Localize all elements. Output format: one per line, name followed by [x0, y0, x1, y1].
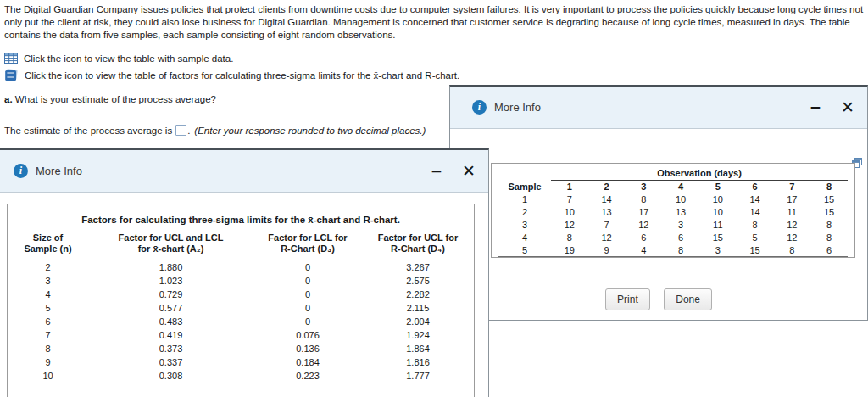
observation-table-body: 1714810101417152101317131014111531271231… — [498, 193, 848, 257]
table-cell: 15 — [737, 244, 774, 257]
table-cell: 9 — [588, 244, 626, 257]
table-cell: 5 — [8, 301, 88, 315]
factors-link-row: Click the icon to view the table of fact… — [4, 69, 864, 81]
table-row: 40.72902.282 — [8, 288, 474, 301]
table-cell: 2.115 — [362, 301, 474, 315]
answer-hint: (Enter your response rounded to two deci… — [194, 126, 426, 136]
answer-input-box[interactable] — [175, 125, 186, 136]
table-cell: 4 — [625, 244, 662, 257]
table-cell: 2.004 — [362, 315, 474, 328]
minimize-icon[interactable]: − — [431, 162, 442, 180]
table-cell: 13 — [662, 206, 699, 219]
answer-prefix: The estimate of the process average is — [4, 126, 172, 136]
factors-table-body: 21.88003.26731.02302.57540.72902.28250.5… — [8, 260, 474, 383]
table-cell: 5 — [737, 232, 774, 244]
column-header: 8 — [810, 181, 848, 193]
table-cell: 1.924 — [362, 328, 474, 342]
table-row: 3127123118128 — [498, 219, 848, 232]
table-cell: 0.337 — [88, 355, 253, 369]
table-cell: 1.023 — [88, 274, 253, 288]
table-cell: 6 — [810, 244, 848, 257]
close-icon[interactable]: ✕ — [841, 99, 854, 115]
table-row: 70.4190.0761.924 — [8, 328, 474, 342]
observation-title-row: Observation (days) — [498, 167, 848, 181]
table-cell: 8 — [8, 342, 88, 355]
column-header: 6 — [737, 181, 774, 193]
more-info-dialog-observations: i More Info − ✕ Observation (days) — [449, 85, 868, 321]
table-row: 60.48302.004 — [8, 315, 474, 328]
table-cell: 0.136 — [253, 342, 362, 355]
table-cell: 12 — [588, 232, 626, 244]
table-row: 51994831586 — [498, 244, 848, 257]
more-info-dialog-factors: i More Info − ✕ Factors for calculating … — [0, 148, 489, 397]
table-cell: 17 — [625, 206, 662, 219]
factors-dialog-body: Factors for calculating three-sigma limi… — [0, 193, 488, 397]
table-cell: 0.419 — [88, 328, 253, 342]
column-header: 1 — [551, 181, 588, 193]
table-cell: 15 — [699, 232, 737, 244]
column-header: 4 — [662, 181, 699, 193]
sample-column-header: Sample — [498, 181, 551, 193]
table-cell: 3 — [699, 244, 737, 257]
minimize-icon[interactable]: − — [810, 98, 821, 116]
table-cell: 1.880 — [88, 260, 253, 274]
table-cell: 2.282 — [362, 288, 474, 301]
column-header: Factor for UCL for R-Chart (D₄) — [362, 231, 474, 260]
sample-data-link-text: Click the icon to view the table with sa… — [24, 53, 233, 64]
table-cell: 0 — [253, 315, 362, 328]
table-cell: 10 — [662, 193, 699, 206]
close-icon[interactable]: ✕ — [462, 163, 476, 179]
table-cell: 0.577 — [88, 301, 253, 315]
table-cell: 8 — [773, 244, 810, 257]
factors-dialog-header[interactable]: i More Info − ✕ — [0, 150, 488, 193]
table-cell: 5 — [498, 244, 551, 257]
table-cell: 19 — [551, 244, 588, 257]
factors-table: Factors for calculating three-sigma limi… — [7, 204, 475, 397]
observation-header-row: Sample 12345678 — [498, 181, 848, 193]
table-cell: 11 — [699, 219, 737, 232]
dialog-buttons: Print Done — [450, 288, 867, 310]
table-row: 31.02302.575 — [8, 274, 474, 288]
table-cell: 8 — [810, 219, 848, 232]
dialog-title: More Info — [36, 165, 82, 177]
table-cell: 12 — [625, 219, 662, 232]
table-row: 90.3370.1841.816 — [8, 355, 474, 369]
column-header: 5 — [699, 181, 737, 193]
table-cell: 8 — [662, 244, 699, 257]
table-cell: 0 — [253, 260, 362, 274]
column-header: Factor for UCL and LCL for x̄-chart (A₂) — [88, 231, 253, 260]
factors-header-row: Size of Sample (n)Factor for UCL and LCL… — [8, 231, 474, 260]
table-cell: 2 — [498, 206, 551, 219]
table-cell: 14 — [588, 193, 626, 206]
table-cell: 2.575 — [362, 274, 474, 288]
table-cell: 3 — [498, 219, 551, 232]
table-row: 21013171310141115 — [498, 206, 848, 219]
table-row: 481266155128 — [498, 232, 848, 244]
table-cell: 1 — [498, 193, 551, 206]
table-cell: 0.483 — [88, 315, 253, 328]
table-row: 21.88003.267 — [8, 260, 474, 274]
observation-dialog-header[interactable]: i More Info − ✕ — [450, 87, 867, 129]
question-a-label: a. — [4, 94, 13, 104]
table-row: 50.57702.115 — [8, 301, 474, 315]
column-header: 7 — [773, 181, 810, 193]
table-row: 100.3080.2231.777 — [8, 369, 474, 383]
factors-link-text: Click the icon to view the table of fact… — [25, 70, 459, 81]
corner-cell — [498, 167, 551, 181]
problem-statement: The Digital Guardian Company issues poli… — [4, 3, 864, 42]
info-icon: i — [472, 100, 487, 115]
print-button[interactable]: Print — [605, 288, 650, 310]
table-cell: 8 — [737, 219, 774, 232]
sample-data-table-icon[interactable] — [4, 53, 18, 64]
factors-table-icon[interactable] — [4, 69, 19, 81]
table-cell: 7 — [588, 219, 626, 232]
column-header: 2 — [588, 181, 626, 193]
observation-table-title: Observation (days) — [551, 167, 848, 181]
table-cell: 6 — [625, 232, 662, 244]
done-button[interactable]: Done — [664, 288, 712, 310]
table-cell: 15 — [810, 193, 848, 206]
column-header: Size of Sample (n) — [8, 231, 88, 260]
table-cell: 0.223 — [253, 369, 362, 383]
answer-period: . — [187, 126, 190, 136]
table-cell: 11 — [773, 206, 810, 219]
